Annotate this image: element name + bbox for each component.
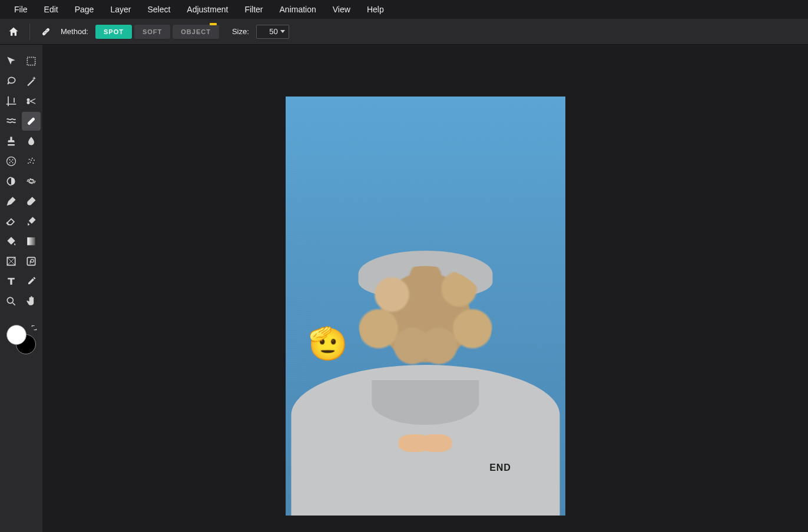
menu-layer[interactable]: Layer bbox=[102, 1, 139, 18]
marquee-icon bbox=[25, 55, 37, 67]
canvas-image[interactable]: END 🫡 bbox=[286, 97, 565, 516]
svg-point-12 bbox=[11, 161, 12, 162]
crop-icon bbox=[5, 95, 17, 107]
head bbox=[358, 266, 492, 380]
home-button[interactable] bbox=[6, 24, 21, 39]
hand-tool[interactable] bbox=[22, 292, 41, 311]
salute-emoji-sticker[interactable]: 🫡 bbox=[308, 327, 347, 359]
menu-select[interactable]: Select bbox=[139, 1, 178, 18]
swap-colors-icon[interactable] bbox=[30, 324, 38, 334]
sharpen-tool[interactable] bbox=[22, 172, 41, 191]
curly-hair bbox=[358, 266, 492, 380]
menu-bar: File Edit Page Layer Select Adjustment F… bbox=[0, 0, 808, 19]
brush2-icon bbox=[25, 215, 37, 227]
dodge-icon bbox=[5, 175, 17, 187]
method-group: SPOT SOFT OBJECT bbox=[95, 25, 219, 39]
lasso-icon bbox=[5, 75, 17, 87]
method-soft[interactable]: SOFT bbox=[134, 25, 170, 39]
toolbox bbox=[0, 45, 42, 532]
text-tool[interactable] bbox=[2, 272, 21, 291]
color-swatch[interactable] bbox=[6, 325, 36, 354]
cutout-tool[interactable] bbox=[22, 92, 41, 111]
menu-page[interactable]: Page bbox=[67, 1, 102, 18]
dropper-icon bbox=[25, 275, 37, 287]
svg-point-1 bbox=[45, 30, 46, 31]
new-badge bbox=[210, 23, 217, 25]
lasso-tool[interactable] bbox=[2, 72, 21, 91]
size-input[interactable]: 50 bbox=[256, 25, 289, 39]
gradient-tool[interactable] bbox=[22, 232, 41, 251]
svg-point-14 bbox=[32, 158, 33, 159]
menu-view[interactable]: View bbox=[324, 1, 359, 18]
dodge-tool[interactable] bbox=[2, 172, 21, 191]
marquee-tool[interactable] bbox=[22, 52, 41, 71]
pen-icon bbox=[5, 195, 17, 207]
stamp-icon bbox=[5, 135, 17, 147]
active-tool-icon bbox=[38, 24, 54, 39]
method-spot[interactable]: SPOT bbox=[95, 25, 132, 39]
hand-icon bbox=[25, 295, 37, 307]
svg-point-19 bbox=[31, 159, 32, 161]
liquify-icon bbox=[5, 115, 17, 127]
menu-filter[interactable]: Filter bbox=[236, 1, 271, 18]
clone-tool[interactable] bbox=[2, 132, 21, 151]
text-icon bbox=[5, 275, 17, 287]
scissors-icon bbox=[25, 95, 37, 107]
zoom-tool[interactable] bbox=[2, 292, 21, 311]
svg-point-11 bbox=[12, 162, 14, 164]
brush-icon bbox=[25, 195, 37, 207]
svg-point-2 bbox=[47, 32, 48, 33]
spray-icon bbox=[25, 155, 37, 167]
foreground-color-swatch[interactable] bbox=[6, 325, 27, 345]
svg-rect-20 bbox=[27, 237, 35, 245]
picker-tool[interactable] bbox=[22, 272, 41, 291]
svg-point-18 bbox=[28, 162, 29, 164]
home-icon bbox=[8, 26, 19, 38]
svg-point-16 bbox=[29, 162, 31, 163]
crop-tool[interactable] bbox=[2, 92, 21, 111]
svg-point-15 bbox=[34, 159, 35, 161]
blur-tool[interactable] bbox=[22, 132, 41, 151]
fill-tool[interactable] bbox=[2, 232, 21, 251]
svg-point-22 bbox=[7, 297, 13, 303]
svg-point-3 bbox=[45, 32, 46, 33]
menu-edit[interactable]: Edit bbox=[36, 1, 67, 18]
svg-rect-0 bbox=[42, 27, 50, 35]
svg-point-10 bbox=[9, 162, 11, 164]
arrow-tool[interactable] bbox=[2, 52, 21, 71]
svg-point-4 bbox=[47, 30, 48, 31]
spray-tool[interactable] bbox=[22, 152, 41, 171]
frame-icon bbox=[25, 255, 37, 267]
wand-tool[interactable] bbox=[22, 72, 41, 91]
menu-animation[interactable]: Animation bbox=[271, 1, 324, 18]
frame-tool[interactable] bbox=[22, 252, 41, 271]
size-label: Size: bbox=[232, 27, 249, 36]
menu-file[interactable]: File bbox=[6, 1, 36, 18]
gear-icon bbox=[25, 175, 37, 187]
shape-icon bbox=[5, 255, 17, 267]
pen-tool[interactable] bbox=[2, 192, 21, 211]
method-label: Method: bbox=[61, 27, 88, 36]
eraser-tool[interactable] bbox=[2, 212, 21, 231]
bucket-icon bbox=[5, 235, 17, 247]
eraser-icon bbox=[5, 215, 17, 227]
menu-help[interactable]: Help bbox=[359, 1, 392, 18]
disperse-tool[interactable] bbox=[2, 152, 21, 171]
caret-down-icon bbox=[280, 30, 285, 33]
replace-color-tool[interactable] bbox=[22, 212, 41, 231]
zoom-icon bbox=[5, 295, 17, 307]
svg-point-9 bbox=[12, 159, 14, 161]
bandaid-icon bbox=[40, 26, 52, 38]
heal-tool[interactable] bbox=[22, 112, 41, 131]
hoodie-print-text: END bbox=[489, 463, 511, 473]
method-object[interactable]: OBJECT bbox=[173, 25, 219, 39]
liquify-tool[interactable] bbox=[2, 112, 21, 131]
shape-tool[interactable] bbox=[2, 252, 21, 271]
menu-adjustment[interactable]: Adjustment bbox=[178, 1, 236, 18]
brush-tool[interactable] bbox=[22, 192, 41, 211]
canvas-area[interactable]: END 🫡 bbox=[42, 45, 808, 532]
hand-right bbox=[420, 434, 452, 453]
hoodie: END bbox=[291, 365, 559, 516]
svg-point-13 bbox=[29, 159, 30, 160]
arrow-icon bbox=[5, 55, 17, 67]
